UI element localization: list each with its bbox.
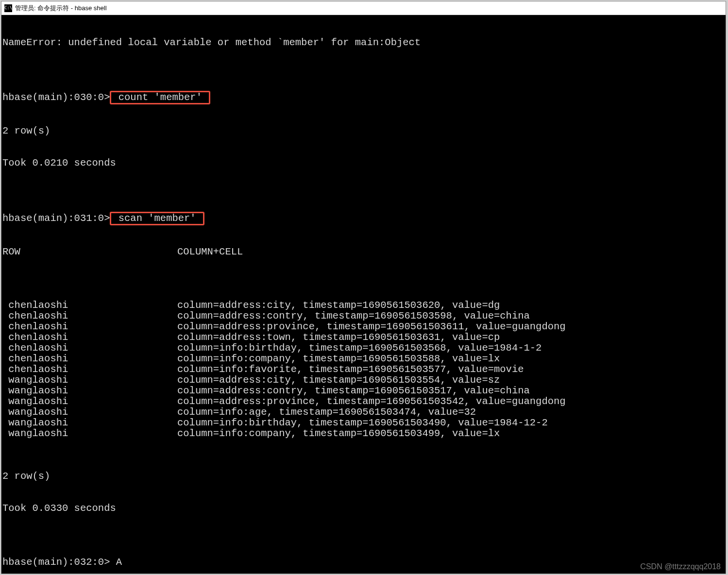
scan-row: wanglaoshicolumn=info:age, timestamp=169…	[2, 407, 725, 418]
scan-row-key: wanglaoshi	[2, 375, 177, 386]
highlighted-command-count: count 'member'	[110, 91, 210, 104]
scan-row: chenlaoshicolumn=info:birthday, timestam…	[2, 343, 725, 354]
title-bar[interactable]: C:\ 管理员: 命令提示符 - hbase shell	[1, 1, 726, 15]
scan-row-key: wanglaoshi	[2, 407, 177, 418]
scan-row-key: wanglaoshi	[2, 396, 177, 407]
prompt-prefix: hbase(main):031:0>	[2, 213, 110, 224]
scan-row-cell: column=info:birthday, timestamp=16905615…	[177, 342, 542, 354]
prompt-line-2: hbase(main):031:0> scan 'member'	[2, 212, 725, 225]
scan-row-cell: column=info:company, timestamp=169056150…	[177, 353, 500, 364]
scan-row: chenlaoshicolumn=address:contry, timesta…	[2, 311, 725, 321]
scan-row-cell: column=info:company, timestamp=169056150…	[177, 428, 500, 439]
scan-row-cell: column=info:favorite, timestamp=16905615…	[177, 364, 524, 375]
scan-row-cell: column=info:birthday, timestamp=16905615…	[177, 417, 548, 428]
scan-row-key: wanglaoshi	[2, 386, 177, 396]
result-time-1: Took 0.0210 seconds	[2, 158, 725, 169]
scan-row-cell: column=address:town, timestamp=169056150…	[177, 332, 500, 343]
scan-row-cell: column=address:city, timestamp=169056150…	[177, 300, 500, 311]
header-row: ROW	[2, 247, 177, 257]
cmd-icon: C:\	[4, 4, 12, 12]
scan-row: chenlaoshicolumn=info:company, timestamp…	[2, 354, 725, 364]
terminal-area[interactable]: NameError: undefined local variable or m…	[1, 15, 726, 574]
scan-row: chenlaoshicolumn=address:province, times…	[2, 321, 725, 332]
scan-row: chenlaoshicolumn=address:town, timestamp…	[2, 332, 725, 343]
current-input[interactable]: A	[116, 557, 122, 568]
highlighted-command-scan: scan 'member'	[110, 212, 204, 225]
scan-row-key: chenlaoshi	[2, 321, 177, 332]
scan-row: wanglaoshicolumn=address:province, times…	[2, 396, 725, 407]
prompt-prefix: hbase(main):032:0>	[2, 557, 116, 568]
scan-row-cell: column=address:contry, timestamp=1690561…	[177, 310, 530, 321]
watermark: CSDN @tttzzzqqq2018	[640, 562, 721, 571]
scan-row-cell: column=info:age, timestamp=1690561503474…	[177, 406, 476, 418]
scan-row-key: chenlaoshi	[2, 311, 177, 321]
prompt-line-1: hbase(main):030:0> count 'member'	[2, 91, 725, 104]
scan-row: wanglaoshicolumn=info:company, timestamp…	[2, 428, 725, 439]
scan-row-cell: column=address:province, timestamp=16905…	[177, 321, 566, 332]
scan-row: wanglaoshicolumn=address:city, timestamp…	[2, 375, 725, 386]
result-time-2: Took 0.0330 seconds	[2, 503, 725, 514]
command-prompt-window: C:\ 管理员: 命令提示符 - hbase shell NameError: …	[1, 1, 726, 574]
scan-row-key: chenlaoshi	[2, 343, 177, 354]
result-rows-2: 2 row(s)	[2, 471, 725, 482]
result-rows-1: 2 row(s)	[2, 126, 725, 136]
scan-row-key: chenlaoshi	[2, 364, 177, 375]
scan-row-cell: column=address:contry, timestamp=1690561…	[177, 385, 530, 396]
scan-row: wanglaoshicolumn=address:contry, timesta…	[2, 386, 725, 396]
scan-row-key: chenlaoshi	[2, 300, 177, 311]
scan-row-key: wanglaoshi	[2, 428, 177, 439]
window-title: 管理员: 命令提示符 - hbase shell	[15, 4, 107, 13]
scan-results: chenlaoshicolumn=address:city, timestamp…	[2, 300, 725, 439]
header-col: COLUMN+CELL	[177, 246, 243, 257]
scan-row-key: wanglaoshi	[2, 418, 177, 428]
scan-row-key: chenlaoshi	[2, 332, 177, 343]
scan-header: ROWCOLUMN+CELL	[2, 247, 725, 257]
scan-row: wanglaoshicolumn=info:birthday, timestam…	[2, 418, 725, 428]
scan-row-cell: column=address:province, timestamp=16905…	[177, 396, 566, 407]
error-line: NameError: undefined local variable or m…	[2, 37, 725, 48]
prompt-line-3[interactable]: hbase(main):032:0> A	[2, 557, 725, 568]
scan-row-cell: column=address:city, timestamp=169056150…	[177, 374, 500, 386]
scan-row: chenlaoshicolumn=address:city, timestamp…	[2, 300, 725, 311]
scan-row-key: chenlaoshi	[2, 354, 177, 364]
prompt-prefix: hbase(main):030:0>	[2, 92, 110, 103]
scan-row: chenlaoshicolumn=info:favorite, timestam…	[2, 364, 725, 375]
